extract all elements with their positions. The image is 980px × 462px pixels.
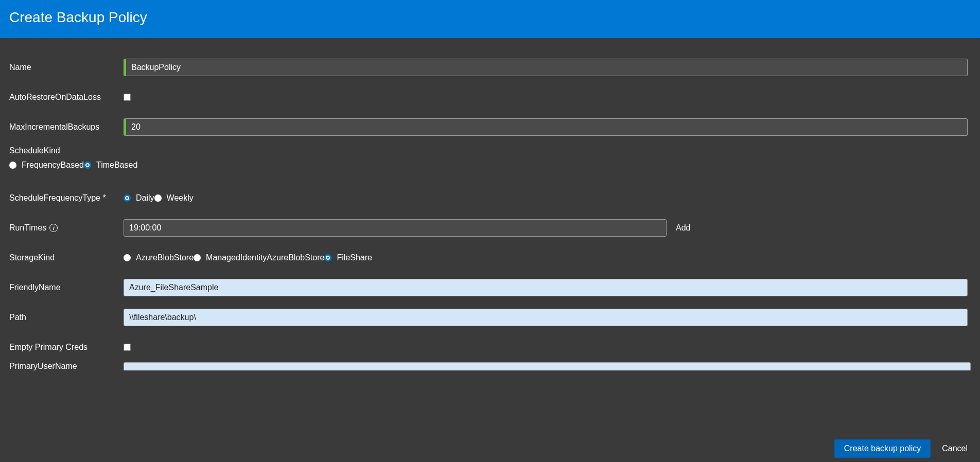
primary-username-label: PrimaryUserName [9,362,124,370]
add-runtime-button[interactable]: Add [676,223,690,233]
schedule-kind-frequency-label: FrequencyBased [22,161,84,170]
runtimes-label: RunTimes [9,223,46,233]
daily-label: Daily [136,193,154,203]
footer-bar: Create backup policy Cancel [0,435,980,462]
runtimes-input[interactable] [124,219,667,237]
page-title: Create Backup Policy [0,0,980,38]
storage-kind-label: StorageKind [9,243,124,273]
schedule-kind-time-radio[interactable] [84,162,91,169]
schedule-kind-frequency-radio[interactable] [9,162,16,169]
managed-identity-blob-radio[interactable] [194,254,201,261]
azure-blob-store-radio[interactable] [124,254,131,261]
form-content: Name AutoRestoreOnDataLoss MaxIncrementa… [0,38,980,435]
auto-restore-checkbox[interactable] [124,94,131,101]
schedule-kind-label: ScheduleKind [9,142,971,161]
azure-blob-store-label: AzureBlobStore [136,253,194,262]
max-incremental-input[interactable] [124,118,968,136]
weekly-label: Weekly [167,193,194,203]
primary-username-input[interactable] [124,362,971,370]
auto-restore-label: AutoRestoreOnDataLoss [9,82,124,112]
empty-primary-creds-checkbox[interactable] [124,344,131,351]
friendly-name-input[interactable] [124,279,968,296]
path-input[interactable] [124,309,968,326]
managed-identity-blob-label: ManagedIdentityAzureBlobStore [206,253,324,262]
create-backup-policy-button[interactable]: Create backup policy [834,439,931,458]
path-label: Path [9,303,124,332]
empty-primary-creds-label: Empty Primary Creds [9,332,124,362]
file-share-label: FileShare [337,253,372,262]
daily-radio[interactable] [124,194,131,202]
schedule-frequency-type-label: ScheduleFrequencyType * [9,183,124,213]
file-share-radio[interactable] [324,254,331,261]
name-label: Name [9,52,124,82]
name-input[interactable] [124,59,968,76]
info-icon[interactable]: i [49,224,58,232]
weekly-radio[interactable] [154,194,162,202]
schedule-kind-time-label: TimeBased [96,161,137,170]
max-incremental-label: MaxIncrementalBackups [9,112,124,142]
friendly-name-label: FriendlyName [9,273,124,303]
cancel-button[interactable]: Cancel [938,440,972,457]
runtimes-label-cell: RunTimes i [9,213,124,243]
